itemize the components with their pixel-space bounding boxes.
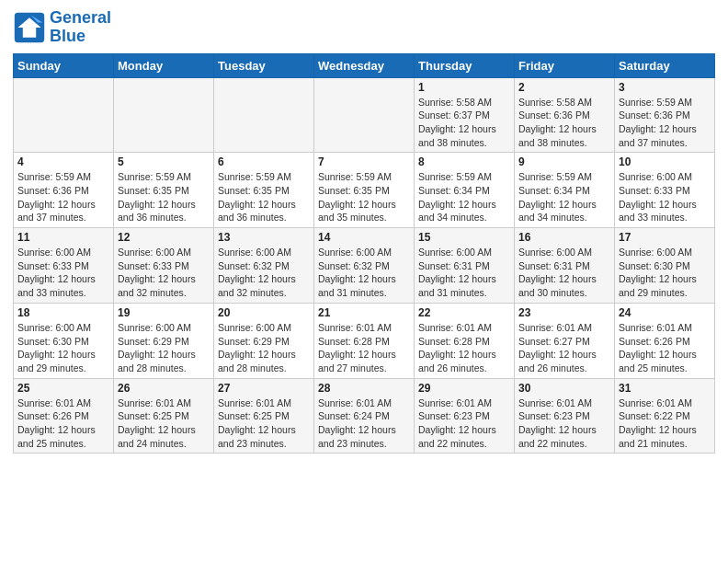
- calendar-cell: [314, 77, 415, 153]
- day-number: 8: [418, 155, 510, 168]
- calendar-cell: 1Sunrise: 5:58 AMSunset: 6:37 PMDaylight…: [415, 77, 515, 153]
- weekday-header-thursday: Thursday: [415, 53, 515, 77]
- day-number: 29: [418, 382, 510, 395]
- day-number: 30: [518, 382, 610, 395]
- calendar-cell: 16Sunrise: 6:00 AMSunset: 6:31 PMDayligh…: [515, 228, 615, 304]
- day-number: 11: [17, 231, 109, 244]
- weekday-header-monday: Monday: [114, 53, 214, 77]
- calendar-cell: 18Sunrise: 6:00 AMSunset: 6:30 PMDayligh…: [14, 303, 114, 378]
- day-info: Sunrise: 5:59 AMSunset: 6:35 PMDaylight:…: [218, 170, 310, 224]
- day-info: Sunrise: 6:01 AMSunset: 6:28 PMDaylight:…: [318, 321, 410, 375]
- day-number: 17: [619, 231, 711, 244]
- calendar-cell: 19Sunrise: 6:00 AMSunset: 6:29 PMDayligh…: [114, 303, 214, 378]
- day-info: Sunrise: 6:01 AMSunset: 6:23 PMDaylight:…: [418, 396, 510, 451]
- day-number: 6: [218, 155, 310, 168]
- day-number: 15: [418, 231, 510, 244]
- day-info: Sunrise: 6:01 AMSunset: 6:25 PMDaylight:…: [218, 396, 310, 451]
- day-number: 4: [17, 155, 109, 168]
- page: General Blue SundayMondayTuesdayWednesda…: [0, 0, 728, 563]
- day-info: Sunrise: 5:59 AMSunset: 6:35 PMDaylight:…: [118, 170, 210, 224]
- calendar-cell: 11Sunrise: 6:00 AMSunset: 6:33 PMDayligh…: [14, 228, 114, 304]
- weekday-header-tuesday: Tuesday: [214, 53, 314, 77]
- calendar-cell: 21Sunrise: 6:01 AMSunset: 6:28 PMDayligh…: [314, 303, 415, 378]
- day-info: Sunrise: 6:00 AMSunset: 6:32 PMDaylight:…: [218, 246, 310, 300]
- day-info: Sunrise: 5:59 AMSunset: 6:34 PMDaylight:…: [518, 170, 610, 224]
- day-info: Sunrise: 6:01 AMSunset: 6:26 PMDaylight:…: [17, 396, 109, 451]
- day-info: Sunrise: 5:59 AMSunset: 6:34 PMDaylight:…: [418, 170, 510, 224]
- calendar-cell: 12Sunrise: 6:00 AMSunset: 6:33 PMDayligh…: [114, 228, 214, 304]
- calendar-cell: 6Sunrise: 5:59 AMSunset: 6:35 PMDaylight…: [214, 153, 314, 228]
- weekday-header-row: SundayMondayTuesdayWednesdayThursdayFrid…: [14, 53, 715, 77]
- calendar-week-5: 25Sunrise: 6:01 AMSunset: 6:26 PMDayligh…: [14, 378, 715, 454]
- calendar-cell: 9Sunrise: 5:59 AMSunset: 6:34 PMDaylight…: [515, 153, 615, 228]
- day-info: Sunrise: 6:00 AMSunset: 6:33 PMDaylight:…: [619, 170, 711, 224]
- day-info: Sunrise: 5:59 AMSunset: 6:36 PMDaylight:…: [17, 170, 109, 224]
- calendar-cell: 30Sunrise: 6:01 AMSunset: 6:23 PMDayligh…: [515, 378, 615, 454]
- calendar-cell: 25Sunrise: 6:01 AMSunset: 6:26 PMDayligh…: [14, 378, 114, 454]
- calendar-cell: 2Sunrise: 5:58 AMSunset: 6:36 PMDaylight…: [515, 77, 615, 153]
- day-info: Sunrise: 6:01 AMSunset: 6:26 PMDaylight:…: [619, 321, 711, 375]
- day-number: 9: [518, 155, 610, 168]
- day-info: Sunrise: 6:01 AMSunset: 6:24 PMDaylight:…: [318, 396, 410, 451]
- calendar-week-1: 1Sunrise: 5:58 AMSunset: 6:37 PMDaylight…: [14, 77, 715, 153]
- day-number: 7: [318, 155, 410, 168]
- calendar-cell: 17Sunrise: 6:00 AMSunset: 6:30 PMDayligh…: [615, 228, 715, 304]
- day-number: 20: [218, 306, 310, 319]
- day-info: Sunrise: 5:59 AMSunset: 6:35 PMDaylight:…: [318, 170, 410, 224]
- day-number: 2: [518, 81, 610, 94]
- header: General Blue: [13, 9, 715, 46]
- day-info: Sunrise: 6:01 AMSunset: 6:27 PMDaylight:…: [518, 321, 610, 375]
- day-number: 10: [619, 155, 711, 168]
- calendar-week-3: 11Sunrise: 6:00 AMSunset: 6:33 PMDayligh…: [14, 228, 715, 304]
- calendar-cell: [214, 77, 314, 153]
- day-number: 5: [118, 155, 210, 168]
- day-info: Sunrise: 6:01 AMSunset: 6:25 PMDaylight:…: [118, 396, 210, 451]
- day-info: Sunrise: 6:00 AMSunset: 6:33 PMDaylight:…: [17, 246, 109, 300]
- calendar-cell: 15Sunrise: 6:00 AMSunset: 6:31 PMDayligh…: [415, 228, 515, 304]
- day-number: 21: [318, 306, 410, 319]
- day-number: 26: [118, 382, 210, 395]
- day-info: Sunrise: 6:01 AMSunset: 6:28 PMDaylight:…: [418, 321, 510, 375]
- calendar-cell: 31Sunrise: 6:01 AMSunset: 6:22 PMDayligh…: [615, 378, 715, 454]
- calendar-cell: 28Sunrise: 6:01 AMSunset: 6:24 PMDayligh…: [314, 378, 415, 454]
- day-info: Sunrise: 5:58 AMSunset: 6:37 PMDaylight:…: [418, 96, 510, 150]
- calendar-cell: 13Sunrise: 6:00 AMSunset: 6:32 PMDayligh…: [214, 228, 314, 304]
- calendar-cell: 10Sunrise: 6:00 AMSunset: 6:33 PMDayligh…: [615, 153, 715, 228]
- calendar-cell: 5Sunrise: 5:59 AMSunset: 6:35 PMDaylight…: [114, 153, 214, 228]
- day-info: Sunrise: 6:00 AMSunset: 6:31 PMDaylight:…: [418, 246, 510, 300]
- day-number: 25: [17, 382, 109, 395]
- day-number: 23: [518, 306, 610, 319]
- day-info: Sunrise: 6:00 AMSunset: 6:31 PMDaylight:…: [518, 246, 610, 300]
- day-number: 28: [318, 382, 410, 395]
- logo-icon: [13, 11, 46, 44]
- day-number: 1: [418, 81, 510, 94]
- calendar-week-4: 18Sunrise: 6:00 AMSunset: 6:30 PMDayligh…: [14, 303, 715, 378]
- day-info: Sunrise: 5:58 AMSunset: 6:36 PMDaylight:…: [518, 96, 610, 150]
- day-number: 31: [619, 382, 711, 395]
- day-info: Sunrise: 5:59 AMSunset: 6:36 PMDaylight:…: [619, 96, 711, 150]
- calendar-cell: 22Sunrise: 6:01 AMSunset: 6:28 PMDayligh…: [415, 303, 515, 378]
- day-info: Sunrise: 6:00 AMSunset: 6:32 PMDaylight:…: [318, 246, 410, 300]
- calendar-cell: 24Sunrise: 6:01 AMSunset: 6:26 PMDayligh…: [615, 303, 715, 378]
- day-number: 16: [518, 231, 610, 244]
- calendar-cell: [114, 77, 214, 153]
- calendar-cell: 4Sunrise: 5:59 AMSunset: 6:36 PMDaylight…: [14, 153, 114, 228]
- day-number: 22: [418, 306, 510, 319]
- weekday-header-friday: Friday: [515, 53, 615, 77]
- weekday-header-wednesday: Wednesday: [314, 53, 415, 77]
- day-info: Sunrise: 6:01 AMSunset: 6:23 PMDaylight:…: [518, 396, 610, 451]
- day-number: 12: [118, 231, 210, 244]
- calendar-cell: 8Sunrise: 5:59 AMSunset: 6:34 PMDaylight…: [415, 153, 515, 228]
- calendar-cell: 27Sunrise: 6:01 AMSunset: 6:25 PMDayligh…: [214, 378, 314, 454]
- calendar-cell: [14, 77, 114, 153]
- day-info: Sunrise: 6:00 AMSunset: 6:30 PMDaylight:…: [17, 321, 109, 375]
- day-info: Sunrise: 6:01 AMSunset: 6:22 PMDaylight:…: [619, 396, 711, 451]
- day-number: 14: [318, 231, 410, 244]
- calendar-cell: 14Sunrise: 6:00 AMSunset: 6:32 PMDayligh…: [314, 228, 415, 304]
- calendar-cell: 23Sunrise: 6:01 AMSunset: 6:27 PMDayligh…: [515, 303, 615, 378]
- day-number: 19: [118, 306, 210, 319]
- day-number: 18: [17, 306, 109, 319]
- logo: General Blue: [13, 9, 111, 46]
- calendar-cell: 29Sunrise: 6:01 AMSunset: 6:23 PMDayligh…: [415, 378, 515, 454]
- weekday-header-saturday: Saturday: [615, 53, 715, 77]
